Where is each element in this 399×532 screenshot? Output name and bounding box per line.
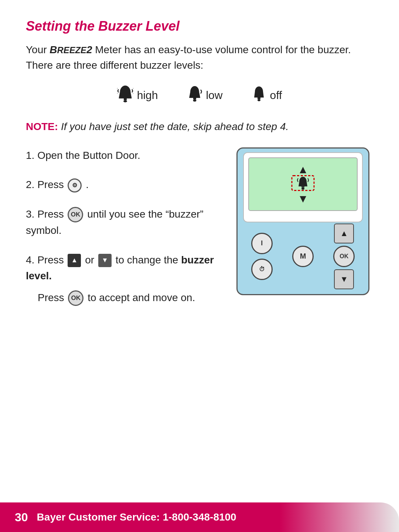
bell-high-icon	[117, 84, 133, 106]
svg-point-5	[258, 99, 260, 101]
buzzer-levels: high low	[26, 84, 373, 106]
svg-rect-4	[258, 98, 260, 99]
step-4-num: 4. Press	[26, 254, 66, 266]
device-nav-up: ▲	[334, 224, 354, 243]
screen-buzzer-symbol	[290, 174, 316, 195]
steps-column: 1. Open the Button Door. 2. Press ⚙ . 3.…	[26, 147, 222, 319]
svg-rect-2	[193, 98, 196, 99]
buzzer-high-label: high	[137, 89, 158, 102]
device-right-buttons: ▲ OK ▼	[333, 224, 355, 289]
instructions-row: 1. Open the Button Door. 2. Press ⚙ . 3.…	[26, 147, 373, 319]
step-4-or: or	[85, 254, 97, 266]
device-ok-button: OK	[333, 246, 355, 267]
svg-rect-7	[301, 186, 304, 187]
svg-point-8	[301, 187, 304, 190]
footer-page-number: 30	[15, 511, 28, 524]
device-middle-buttons: M	[292, 246, 314, 267]
device-screen: ▲ ▼	[248, 157, 358, 211]
device-clock-button: ⏱	[251, 259, 273, 280]
note-label: NOTE:	[26, 121, 58, 132]
svg-point-1	[123, 100, 127, 102]
device-illustration: ▲ ▼	[236, 147, 369, 295]
step-3: 3. Press OK until you see the “buzzer” s…	[26, 206, 222, 239]
footer-text: Bayer Customer Service: 1-800-348-8100	[37, 511, 236, 523]
up-button-icon: ▲	[68, 254, 81, 267]
device-buttons-area: I ⏱ M ▲ OK ▼	[241, 224, 365, 289]
buzzer-level-off: off	[252, 85, 282, 105]
step-2: 2. Press ⚙ .	[26, 177, 222, 192]
intro-text: Your BREEZE2 Meter has an easy-to-use vo…	[26, 42, 373, 73]
device-column: ▲ ▼	[236, 147, 373, 295]
buzzer-level-low: low	[187, 85, 222, 106]
note-block: NOTE: If you have just set the date, ski…	[26, 121, 373, 133]
settings-button-icon: ⚙	[68, 178, 82, 192]
ok-button-icon-step4: OK	[68, 290, 83, 306]
buzzer-off-label: off	[270, 89, 282, 102]
intro-prefix: Your	[26, 44, 50, 55]
buzzer-level-high: high	[117, 84, 158, 106]
step-4-substep: Press OK to accept and move on.	[38, 290, 222, 306]
step-1-num: 1.	[26, 150, 37, 161]
step-2-num: 2. Press	[26, 179, 66, 190]
ok-button-icon-step3: OK	[68, 207, 83, 222]
note-text: If you have just set the date, skip ahea…	[58, 121, 289, 132]
device-m-button: M	[292, 246, 314, 267]
buzzer-low-label: low	[206, 89, 222, 102]
svg-rect-0	[124, 98, 127, 100]
brand-name: BREEZE2	[50, 44, 92, 55]
step-1: 1. Open the Button Door.	[26, 147, 222, 163]
bell-low-icon	[187, 85, 202, 106]
step-4: 4. Press ▲ or ▼ to change the buzzer lev…	[26, 252, 222, 306]
device-bezel: ▲ ▼	[243, 152, 363, 222]
device-left-buttons: I ⏱	[251, 233, 273, 280]
section-title: Setting the Buzzer Level	[26, 18, 373, 34]
page-footer: 30 Bayer Customer Service: 1-800-348-810…	[0, 502, 399, 532]
step-1-text: Open the Button Door.	[37, 150, 140, 161]
step-2-suffix: .	[86, 179, 89, 190]
device-nav-down: ▼	[334, 269, 354, 289]
bell-off-icon	[252, 85, 266, 105]
step-3-num: 3. Press	[26, 208, 66, 220]
svg-point-3	[193, 99, 197, 102]
down-button-icon: ▼	[98, 254, 112, 267]
device-i-button: I	[251, 233, 273, 254]
page-content: Setting the Buzzer Level Your BREEZE2 Me…	[0, 0, 399, 364]
